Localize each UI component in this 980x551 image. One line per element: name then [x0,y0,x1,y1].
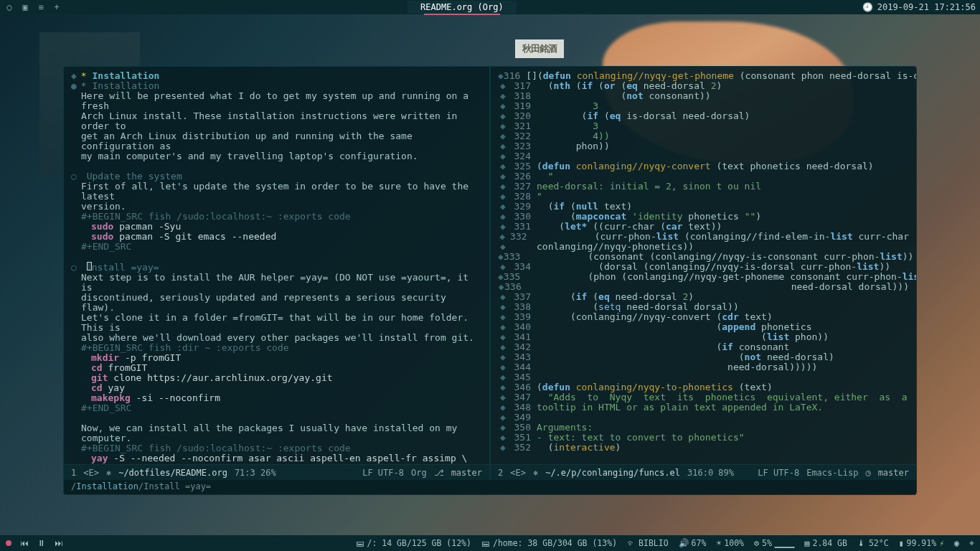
code-line: ◆345 [498,372,909,382]
media-next-icon[interactable]: ⏭ [55,538,63,548]
src-end: #+END_SRC [71,242,482,252]
window-title: README.org (Org) [407,1,517,14]
paragraph: discontinued, seriously updated and repr… [71,293,482,313]
paragraph: Now, we can install all the packages I u… [71,423,482,443]
temp-icon: 🌡 [857,538,866,548]
temperature: 52°C [869,538,889,548]
code-line: ◆324 [498,151,909,161]
code-line: ◆350Arguments: [498,423,909,433]
code-line: ◆340 (append phonetics [498,322,909,332]
battery-icon: ▮ [899,538,904,548]
cursor-pos: 316:0 89% [687,468,734,478]
datetime: 2019-09-21 17:21:56 [877,2,976,12]
modeline-left: 1 <E> ⎈ ~/dotfiles/README.org 71:3 26% L… [64,465,489,480]
i3-bar-bottom: ⏮ ⏸ ⏭ 🖴/: 14 GB/125 GB (12%) 🖴/home: 38 … [0,535,980,551]
code-line: ◆316[](defun conlanging//nyqy-get-phonem… [498,71,909,81]
src-begin: #+BEGIN_SRC fish /sudo:localhost:~ :expo… [71,212,482,222]
code-line: ◆331 (let* ((curr-char (car text)) [498,222,909,232]
code-line: ◆conlanging//nyqy-phonetics)) [498,242,909,252]
circle-icon[interactable]: ○ [4,2,14,12]
window-left[interactable]: ◆* Installation ●* Installation Here wil… [64,67,491,464]
breadcrumb: /Installation/Install =yay= [64,480,916,494]
discord-icon[interactable]: ◉ [954,538,959,548]
plus-icon[interactable]: + [52,2,62,12]
layout-tab-icon[interactable]: ▣ [20,2,30,12]
src-begin: #+BEGIN_SRC fish :dir ~ :exports code [71,343,482,353]
code-line: ◆319 3 [498,101,909,111]
modeline-right: 2 <E> ⎈ ~/.e/p/conlanging/funcs.el 316:0… [489,465,916,480]
buffer-path: ~/dotfiles/README.org [118,468,227,478]
paragraph: version. [71,202,482,212]
code-line: ◆329 (if (null text) [498,202,909,212]
disk-icon: 🖴 [481,538,490,548]
paragraph: Next step is to install the AUR helper =… [71,273,482,293]
disk-icon: 🖴 [356,538,364,548]
code-line: ◆335 (phon (conlanging//nyqy-get-phoneme… [498,272,909,282]
code-line: ◆317 (nth (if (or (eq need-dorsal 2) [498,81,909,91]
battery: 99.91% [907,538,937,548]
paragraph: my main computer's and my travelling lap… [71,151,482,161]
cursor [87,262,92,270]
code-line: ◆343 (not need-dorsal) [498,352,909,362]
heading: Installation [92,70,159,81]
heading: nstall =yay= [92,262,159,273]
cpu-bars: ▁▁▁▁ [775,538,795,548]
code-line: ◆349 [498,413,909,423]
code-line: ◆322 4)) [498,131,909,141]
code-line: ◆338 (setq need-dorsal dorsal)) [498,302,909,312]
code-line: ◆330 (mapconcat 'identity phonetics "") [498,212,909,222]
code-line: ◆352 (interactive) [498,443,909,453]
paragraph: get an Arch Linux distribution up and ru… [71,131,482,151]
cpu-icon: ⚙ [754,538,759,548]
code-line: ◆321 3 [498,121,909,131]
location-icon[interactable]: ⌖ [969,538,974,548]
i3-bar-top: ○ ▣ ≡ + README.org (Org) 🕘 2019-09-21 17… [0,0,980,14]
heading: Installation [92,80,159,91]
disk-home: /home: 38 GB/304 GB (13%) [493,538,617,548]
code-line: ◆346(defun conlanging/nyqy-to-phonetics … [498,382,909,392]
src-end: #+END_SRC [71,403,482,413]
code-line: ◆318 (not consonant)) [498,91,909,101]
src-begin: #+BEGIN_SRC fish /sudo:localhost:~ :expo… [71,443,482,453]
charging-icon: ⚡ [939,538,944,548]
org-icon: ⎈ [106,468,111,478]
code-line: ◆337 (if (eq need-dorsal 2) [498,292,909,302]
cmd: sudo [91,231,113,242]
buffer-path: ~/.e/p/conlanging/funcs.el [545,468,680,478]
wallpaper-sign: 秋田銘酒 [515,39,564,58]
code-line: ◆342 (if consonant [498,342,909,352]
code-line: ◆325(defun conlanging//nyqy-convert (tex… [498,161,909,171]
code-line: ◆334 (dorsal (conlanging//nyqy-is-dorsal… [498,262,909,272]
ram-icon: ▤ [805,538,810,548]
paragraph: also where we'll download every other pa… [71,333,482,343]
code-line: ◆333 (consonant (conlanging//nyqy-is-con… [498,252,909,262]
code-line: ◆320 (if (eq is-dorsal need-dorsal) [498,111,909,121]
clock-icon: 🕘 [862,2,873,12]
layout-split-icon[interactable]: ≡ [36,2,46,12]
media-pause-icon[interactable]: ⏸ [37,538,46,548]
disk-root: /: 14 GB/125 GB (12%) [367,538,471,548]
paragraph: Let's clone it in a folder =fromGIT= tha… [71,313,482,333]
code-line: ◆347 "Adds to Nyqy text its phonetics eq… [498,392,909,402]
code-line: ◆348tooltip in HTML or as plain text app… [498,402,909,413]
branch-icon: ⎇ [434,468,444,478]
code-line: ◆339 (conlanging//nyqy-convert (cdr text… [498,312,909,322]
brightness-icon[interactable]: ☀ [716,538,721,548]
branch-icon: ◷ [865,468,870,478]
workspace-indicator[interactable] [6,540,11,546]
paragraph: Here will be presented what I do to get … [71,91,482,111]
code-line: ◆351- text: text to convert to phonetics… [498,433,909,443]
window-right[interactable]: ◆316[](defun conlanging//nyqy-get-phonem… [491,67,916,464]
wifi-ssid: BIBLIO [639,538,669,548]
code-line: ◆326 " [498,171,909,182]
media-prev-icon[interactable]: ⏮ [20,538,29,548]
volume: 67% [692,538,707,548]
cmd: sudo [91,221,113,232]
emacs-frame[interactable]: ◆* Installation ●* Installation Here wil… [63,66,917,495]
volume-icon[interactable]: 🔊 [679,538,689,548]
ram: 2.84 GB [812,538,847,548]
mode-lines: 1 <E> ⎈ ~/dotfiles/README.org 71:3 26% L… [64,464,916,480]
cpu: 5% [762,538,772,548]
code-line: ◆323 phon)) [498,141,909,151]
paragraph: Arch Linux install. These installation i… [71,111,482,131]
